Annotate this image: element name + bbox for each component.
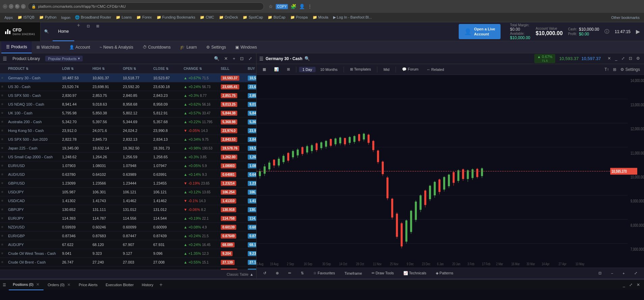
row-buy[interactable]: 2,852.25: [246, 93, 256, 98]
row-buy[interactable]: 114.773: [246, 216, 256, 220]
table-row[interactable]: ≡ Crude Oil West Texas - Cash 9.041 9.32…: [0, 249, 256, 258]
extensions-icon[interactable]: 🧩: [291, 4, 296, 9]
bookmarks-moula[interactable]: 📁 Moula: [311, 15, 330, 20]
chart-popout-icon[interactable]: ⊡: [627, 55, 634, 61]
table-row[interactable]: ≡ USD/CAD 1.41302 1.41743 1.41462 1.4146…: [0, 196, 256, 205]
table-row[interactable]: ≡ Germany 30 - Cash 10,487.53 10,601.37 …: [0, 74, 256, 82]
row-buy[interactable]: 1.23224: [246, 181, 256, 185]
th-change[interactable]: CHANGE ⇅: [182, 67, 219, 71]
chart-1day-btn[interactable]: 1 Day: [299, 67, 316, 72]
bottom-panel-menu-icon[interactable]: ☰: [3, 283, 6, 287]
buy-btn[interactable]: 2,844.23: [248, 137, 256, 142]
buy-btn[interactable]: 1.41329: [248, 198, 256, 203]
th-close[interactable]: CLOSE ⇅: [152, 67, 182, 71]
bookmarks-funding[interactable]: 📁 Funding Bookmarks: [155, 15, 197, 20]
chart-settings-right-icon[interactable]: ⚙ Settings: [619, 66, 641, 73]
row-sell[interactable]: 130.918: [219, 208, 246, 212]
sell-btn[interactable]: 106.254: [221, 190, 236, 195]
row-buy[interactable]: 0.64088: [246, 172, 256, 176]
tab-positions-close[interactable]: ✕: [36, 282, 39, 287]
row-buy[interactable]: 10,597.37: [246, 76, 256, 80]
sell-btn[interactable]: 27.139: [221, 260, 235, 265]
sell-btn[interactable]: 1.41310: [221, 198, 236, 203]
sell-btn[interactable]: 23,685.41: [221, 84, 239, 89]
row-buy[interactable]: 0.60157: [246, 225, 256, 229]
chart-bar-icon[interactable]: ▦: [259, 66, 269, 72]
sell-btn[interactable]: 1.23214: [221, 181, 236, 186]
chart-full-icon[interactable]: ⤢: [630, 270, 641, 276]
row-buy[interactable]: 23,979.0: [246, 129, 256, 133]
row-sell[interactable]: 114.758: [219, 216, 246, 220]
buy-btn[interactable]: 0.60157: [248, 225, 256, 230]
chart-favourites-btn[interactable]: ☆ Favourites: [309, 270, 339, 276]
row-buy[interactable]: 1.41329: [246, 199, 256, 203]
buy-btn[interactable]: 1.08010: [248, 163, 256, 168]
nav-account[interactable]: 👤 Account: [64, 41, 95, 53]
sell-btn[interactable]: 0.87649: [221, 234, 236, 239]
table-row[interactable]: ≡ US SPX 500 - Jun 2020 2,822.78 2,845.7…: [0, 135, 256, 144]
chart-fit-icon[interactable]: ⊡: [594, 270, 606, 276]
buy-btn[interactable]: 19,585.76: [248, 146, 256, 151]
sell-btn[interactable]: 1,262.00: [221, 155, 237, 160]
sell-btn[interactable]: 10,593.37: [221, 76, 239, 81]
other-bookmarks[interactable]: Other bookmarks: [610, 15, 641, 20]
row-sell[interactable]: 5,844.38: [219, 111, 246, 115]
chart-search-icon[interactable]: 🔍: [304, 56, 310, 61]
buy-btn[interactable]: 0.64088: [248, 172, 256, 177]
chart-mid-btn[interactable]: Mid: [380, 67, 393, 72]
table-row[interactable]: ≡ Hong Kong 50 - Cash 23,912.0 24,071.6 …: [0, 126, 256, 135]
row-buy[interactable]: 130.943: [246, 208, 256, 212]
nav-settings[interactable]: ⚙ Settings: [202, 41, 231, 53]
bookmarks-apps[interactable]: Apps: [3, 15, 15, 20]
table-row[interactable]: ≡ GBP/USD 1.23099 1.23566 1.23444 1.2345…: [0, 179, 256, 188]
bookmarks-barefoot[interactable]: ▶ Log In - Barefoot Bl...: [331, 15, 374, 20]
row-sell[interactable]: 19,578.76: [219, 146, 246, 150]
bookmarks-bizcap[interactable]: 📁 BizCap: [266, 15, 287, 20]
table-row[interactable]: ≡ UK 100 - Cash 5,795.98 5,850.38 5,802.…: [0, 109, 256, 117]
row-sell[interactable]: 106.254: [219, 190, 246, 194]
bookmarks-prospa[interactable]: 📁 Prospa: [289, 15, 310, 20]
chart-refresh-icon[interactable]: ↺: [259, 270, 270, 276]
table-row[interactable]: ≡ USD/JPY 105.987 106.301 106.121 106.12…: [0, 188, 256, 196]
row-buy[interactable]: 19,585.76: [246, 146, 256, 150]
chart-text-icon[interactable]: T↑: [603, 66, 610, 73]
menu-dots-icon[interactable]: ⋮: [307, 4, 312, 9]
table-row[interactable]: ≡ US 30 - Cash 23,520.74 23,698.91 23,59…: [0, 82, 256, 91]
buy-btn[interactable]: 5,369.98: [248, 119, 256, 125]
chart-patterns-btn[interactable]: ◈ Patterns: [432, 270, 457, 276]
chart-candle-icon[interactable]: 📊: [271, 66, 282, 72]
row-buy[interactable]: 0.87660: [246, 234, 256, 238]
chart-timeframe-bottom-btn[interactable]: Timeframe: [340, 271, 366, 276]
row-buy[interactable]: 9.234: [246, 251, 256, 255]
row-buy[interactable]: 27.169: [246, 260, 256, 264]
sell-btn[interactable]: 130.918: [221, 207, 236, 212]
chart-pencil-icon[interactable]: ✏: [284, 270, 295, 276]
nav-tab-home[interactable]: Home: [53, 22, 74, 41]
sell-btn[interactable]: 2,851.75: [221, 93, 237, 98]
buy-btn[interactable]: 23,979.0: [248, 128, 256, 133]
chart-forum-btn[interactable]: 💬 Forum: [399, 66, 422, 72]
row-sell[interactable]: 5,368.98: [219, 120, 246, 124]
open-account-btn[interactable]: 👤 Open a Live Account: [459, 24, 501, 39]
star-icon[interactable]: ☆: [269, 4, 273, 9]
row-buy[interactable]: 68.102: [246, 243, 256, 247]
row-sell[interactable]: 23,685.41: [219, 85, 246, 89]
search-panel-icon[interactable]: 🔍: [213, 55, 221, 62]
nav-tab-plus[interactable]: +: [74, 22, 83, 41]
table-row[interactable]: ≡ AUD/JPY 67.622 68.120 67.907 67.931 ▲ …: [0, 240, 256, 249]
sell-btn[interactable]: 9.204: [221, 251, 233, 256]
sell-btn[interactable]: 0.64081: [221, 172, 236, 177]
buy-btn[interactable]: 9.234: [248, 251, 256, 256]
nav-windows[interactable]: ▣ Windows: [231, 41, 262, 53]
chart-draw-tools-btn[interactable]: ✏ Draw Tools: [368, 270, 398, 276]
tab-orders-close[interactable]: ✕: [67, 282, 71, 287]
table-row[interactable]: ≡ EUR/JPY 114.393 114.787 114.556 114.54…: [0, 214, 256, 223]
chart-settings-icon[interactable]: ⚙: [635, 55, 641, 61]
maximize-panel-icon[interactable]: ⤢: [247, 55, 253, 62]
buy-btn[interactable]: 114.773: [248, 216, 256, 221]
table-row[interactable]: ≡ Australia 200 - Cash 5,342.70 5,397.56…: [0, 117, 256, 126]
reload-btn[interactable]: ↻: [15, 4, 20, 9]
chart-crosshair-icon[interactable]: ⊕: [272, 270, 283, 276]
chart-maximize-icon[interactable]: ⤢: [620, 55, 626, 61]
copy-icon[interactable]: COPY: [276, 4, 288, 9]
